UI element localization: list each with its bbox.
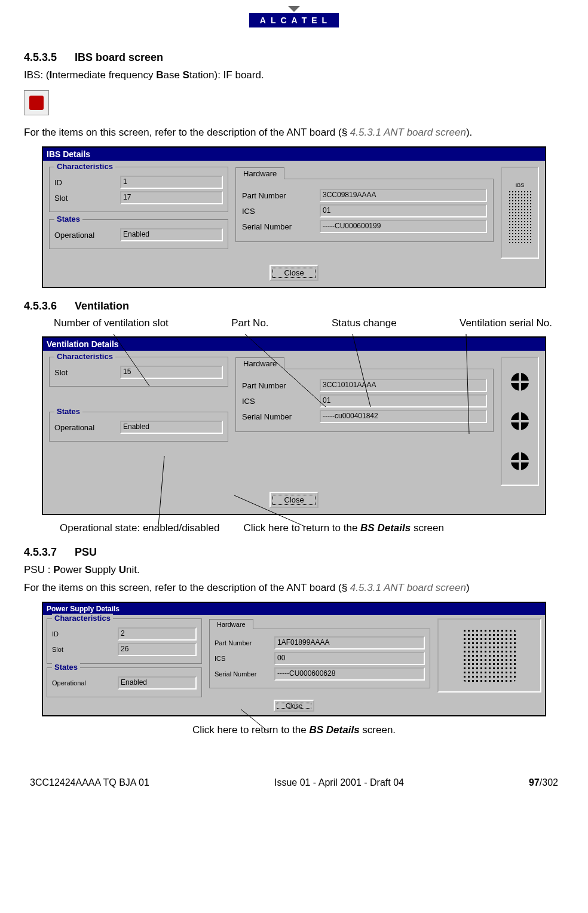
ibs-dialog-title: IBS Details xyxy=(43,148,545,161)
psu-op-label: Operational xyxy=(52,679,118,687)
footer-issue: Issue 01 - April 2001 - Draft 04 xyxy=(274,777,404,788)
vent-top-annotations: Number of ventilation slot Part No. Stat… xyxy=(54,317,552,329)
psu-details-dialog: Power Supply Details Characteristics ID2… xyxy=(42,602,546,716)
ibs-op-field[interactable]: Enabled xyxy=(120,228,223,241)
psu-definition: PSU : Power Supply Unit. xyxy=(24,563,564,577)
ibs-op-label: Operational xyxy=(54,231,120,240)
vent-hardware-tab[interactable]: Hardware xyxy=(235,357,284,369)
ibs-ics-label: ICS xyxy=(242,207,320,216)
footer-page: 97/302 xyxy=(529,777,558,788)
psu-states-group: States OperationalEnabled xyxy=(47,667,202,697)
vent-op-field[interactable]: Enabled xyxy=(120,421,223,434)
psu-sn-field[interactable]: -----CU000600628 xyxy=(274,667,425,681)
ibs-id-label: ID xyxy=(54,178,120,187)
ibs-id-field[interactable]: 1 xyxy=(120,176,223,189)
psu-sn-label: Serial Number xyxy=(215,670,274,678)
psu-pn-label: Part Number xyxy=(215,639,274,647)
brand-triangle-icon xyxy=(288,6,300,12)
ibs-pn-field[interactable]: 3CC09819AAAA xyxy=(320,189,487,202)
section-heading-ibs: 4.5.3.5 IBS board screen xyxy=(24,51,564,64)
ibs-slot-label: Slot xyxy=(54,194,120,203)
ibs-sn-label: Serial Number xyxy=(242,222,320,231)
ventilation-details-dialog: Ventilation Details Characteristics Slot… xyxy=(42,336,546,515)
ibs-board-icon: IBS xyxy=(501,167,539,259)
anno-part-no: Part No. xyxy=(231,317,268,329)
vent-sn-field[interactable]: -----cu000401842 xyxy=(320,410,487,423)
anno-vent-slot: Number of ventilation slot xyxy=(54,317,169,329)
psu-pn-field[interactable]: 1AF01899AAAA xyxy=(274,636,425,649)
footer-doc-id: 3CC12424AAAA TQ BJA 01 xyxy=(30,777,149,788)
vent-ics-field[interactable]: 01 xyxy=(320,394,487,408)
vent-sn-label: Serial Number xyxy=(242,412,320,421)
fan-icon xyxy=(511,412,529,430)
ibs-pn-label: Part Number xyxy=(242,191,320,200)
anno-serial-no: Ventilation serial No. xyxy=(460,317,552,329)
vent-op-label: Operational xyxy=(54,423,120,432)
psu-hardware-tab[interactable]: Hardware xyxy=(209,619,253,629)
vent-close-button[interactable]: Close xyxy=(270,492,318,508)
vent-slot-field[interactable]: 15 xyxy=(120,366,223,379)
brand-header: ALCATEL xyxy=(0,0,588,39)
ibs-characteristics-group: Characteristics ID1 Slot17 xyxy=(49,167,228,212)
psu-characteristics-group: Characteristics ID2 Slot26 xyxy=(47,618,202,664)
ibs-refer-text: For the items on this screen, refer to t… xyxy=(24,126,564,139)
vent-pn-label: Part Number xyxy=(242,381,320,390)
psu-hardware-panel: Part Number1AF01899AAAA ICS00 Serial Num… xyxy=(209,629,430,688)
psu-op-field[interactable]: Enabled xyxy=(118,676,197,690)
psu-close-button[interactable]: Close xyxy=(274,700,314,712)
psu-close-hint: Click here to return to the BS Details s… xyxy=(24,724,564,737)
anno-status-change: Status change xyxy=(332,317,397,329)
psu-refer-text: For the items on this screen, refer to t… xyxy=(24,581,564,595)
psu-id-field[interactable]: 2 xyxy=(118,627,197,641)
ibs-states-group: States OperationalEnabled xyxy=(49,219,228,249)
ibs-sn-field[interactable]: -----CU000600199 xyxy=(320,220,487,233)
vent-ics-label: ICS xyxy=(242,397,320,406)
vent-characteristics-group: Characteristics Slot15 xyxy=(49,357,228,387)
anno-op-state: Operational state: enabled/disabled xyxy=(60,522,219,534)
vent-slot-label: Slot xyxy=(54,368,120,377)
ventilation-board-icon xyxy=(501,357,539,486)
psu-ics-label: ICS xyxy=(215,655,274,662)
fan-icon xyxy=(511,452,529,470)
vent-hardware-panel: Part Number3CC10101AAAA ICS01 Serial Num… xyxy=(235,369,494,432)
vent-bottom-annotations: Operational state: enabled/disabled Clic… xyxy=(42,522,546,534)
ibs-slot-field[interactable]: 17 xyxy=(120,191,223,204)
ibs-definition: IBS: (Intermediate frequency Base Statio… xyxy=(24,69,564,82)
psu-slot-label: Slot xyxy=(52,646,118,653)
fan-icon xyxy=(511,373,529,391)
psu-id-label: ID xyxy=(52,630,118,638)
vent-pn-field[interactable]: 3CC10101AAAA xyxy=(320,379,487,392)
ibs-hardware-tab[interactable]: Hardware xyxy=(235,167,284,179)
psu-dialog-title: Power Supply Details xyxy=(43,603,545,615)
psu-slot-field[interactable]: 26 xyxy=(118,643,197,656)
vent-dialog-title: Ventilation Details xyxy=(43,338,545,351)
ibs-details-dialog: IBS Details Characteristics ID1 Slot17 S… xyxy=(42,146,546,288)
psu-ics-field[interactable]: 00 xyxy=(274,652,425,665)
brand-name: ALCATEL xyxy=(249,13,339,27)
psu-board-icon xyxy=(437,618,541,693)
ibs-small-icon xyxy=(24,90,49,115)
section-heading-psu: 4.5.3.7 PSU xyxy=(24,546,564,559)
ibs-ics-field[interactable]: 01 xyxy=(320,204,487,217)
page-footer: 3CC12424AAAA TQ BJA 01 Issue 01 - April … xyxy=(24,742,564,800)
section-heading-ventilation: 4.5.3.6 Ventilation xyxy=(24,300,564,312)
ibs-hardware-panel: Part Number3CC09819AAAA ICS01 Serial Num… xyxy=(235,179,494,242)
anno-close-hint: Click here to return to the BS Details s… xyxy=(243,522,443,534)
vent-states-group: States OperationalEnabled xyxy=(49,412,228,442)
ibs-close-button[interactable]: Close xyxy=(270,265,318,281)
